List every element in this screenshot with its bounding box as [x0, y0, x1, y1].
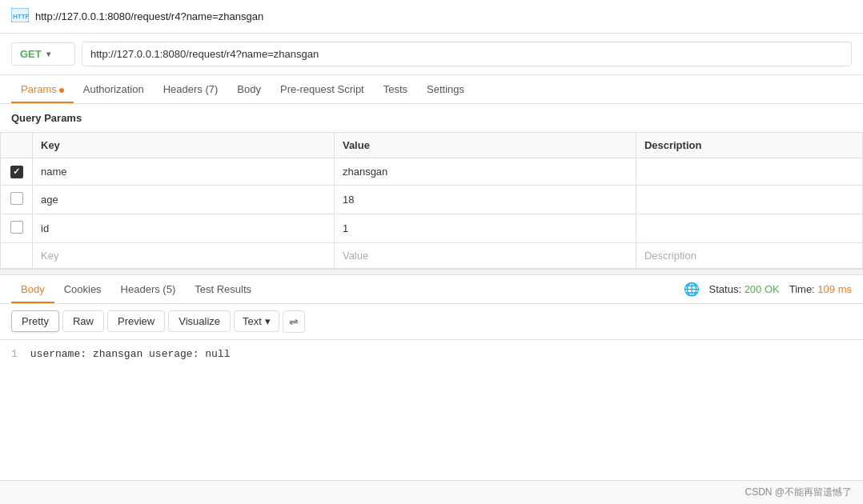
- params-table: Key Value Description name zhansgan age …: [0, 132, 863, 269]
- tab-tests[interactable]: Tests: [374, 75, 417, 103]
- format-bar: Pretty Raw Preview Visualize Text ▾ ⇌: [0, 304, 863, 340]
- checkbox-cell[interactable]: [1, 214, 33, 242]
- response-meta: 🌐 Status: 200 OK Time: 109 ms: [684, 282, 852, 297]
- table-row-placeholder: Key Value Description: [1, 242, 863, 268]
- param-key-placeholder[interactable]: Key: [33, 242, 335, 268]
- tab-authorization[interactable]: Authorization: [74, 75, 154, 103]
- response-tab-headers[interactable]: Headers (5): [111, 275, 186, 303]
- method-label: GET: [20, 48, 42, 60]
- param-key: id: [33, 214, 335, 242]
- param-value: 1: [334, 214, 636, 242]
- chevron-down-icon: ▾: [265, 315, 271, 327]
- table-row: id 1: [1, 214, 863, 242]
- time-badge: Time: 109 ms: [789, 283, 852, 295]
- param-key: age: [33, 185, 335, 214]
- param-value-placeholder[interactable]: Value: [334, 242, 636, 268]
- param-desc: [636, 214, 862, 242]
- format-pretty-button[interactable]: Pretty: [11, 310, 59, 332]
- format-type-label: Text: [243, 315, 262, 327]
- tab-prerequest[interactable]: Pre-request Script: [271, 75, 374, 103]
- format-visualize-button[interactable]: Visualize: [168, 310, 231, 332]
- response-tabs: Body Cookies Headers (5) Test Results 🌐 …: [0, 275, 863, 304]
- checkbox-cell[interactable]: [1, 158, 33, 186]
- col-checkbox: [1, 133, 33, 158]
- col-description: Description: [636, 133, 862, 158]
- svg-text:HTTP: HTTP: [13, 13, 29, 20]
- status-badge: Status: 200 OK: [709, 283, 780, 295]
- request-tabs: Params Authorization Headers (7) Body Pr…: [0, 75, 863, 104]
- tab-headers[interactable]: Headers (7): [154, 75, 228, 103]
- top-bar: HTTP http://127.0.0.1:8080/request/r4?na…: [0, 0, 863, 34]
- request-row: GET ▾: [0, 34, 863, 75]
- status-ok: 200 OK: [745, 283, 780, 295]
- checkbox-cell-empty: [1, 242, 33, 268]
- format-preview-button[interactable]: Preview: [107, 310, 165, 332]
- line-number: 1: [11, 348, 18, 360]
- col-key: Key: [33, 133, 335, 158]
- response-line-1: username: zhansgan userage: null: [30, 348, 231, 360]
- response-body: 1username: zhansgan userage: null: [0, 340, 863, 368]
- param-value: 18: [334, 185, 636, 214]
- param-key: name: [33, 158, 335, 186]
- checkbox-cell[interactable]: [1, 185, 33, 214]
- format-raw-button[interactable]: Raw: [62, 310, 104, 332]
- http-icon: HTTP: [11, 8, 29, 25]
- param-desc-placeholder[interactable]: Description: [636, 242, 862, 268]
- tab-body[interactable]: Body: [227, 75, 271, 103]
- checkbox-checked[interactable]: [10, 166, 23, 178]
- checkbox-unchecked[interactable]: [10, 192, 23, 205]
- params-dot: [59, 88, 64, 93]
- method-select[interactable]: GET ▾: [11, 42, 75, 66]
- format-type-select[interactable]: Text ▾: [234, 310, 279, 332]
- wrap-icon[interactable]: ⇌: [283, 310, 305, 333]
- response-tab-test-results[interactable]: Test Results: [185, 275, 261, 303]
- query-params-label: Query Params: [0, 104, 863, 132]
- param-desc: [636, 158, 862, 186]
- url-input[interactable]: [82, 42, 852, 66]
- param-value: zhansgan: [334, 158, 636, 186]
- tab-settings[interactable]: Settings: [417, 75, 474, 103]
- chevron-down-icon: ▾: [46, 50, 50, 58]
- top-bar-url: http://127.0.0.1:8080/request/r4?name=zh…: [35, 10, 263, 22]
- response-tab-body[interactable]: Body: [11, 275, 54, 303]
- globe-icon: 🌐: [684, 282, 700, 297]
- response-tab-cookies[interactable]: Cookies: [54, 275, 111, 303]
- table-row: age 18: [1, 185, 863, 214]
- param-desc: [636, 185, 862, 214]
- tab-params[interactable]: Params: [11, 75, 74, 103]
- table-row: name zhansgan: [1, 158, 863, 186]
- col-value: Value: [334, 133, 636, 158]
- time-value: 109 ms: [817, 283, 852, 295]
- checkbox-unchecked[interactable]: [10, 221, 23, 234]
- section-divider: [0, 269, 863, 275]
